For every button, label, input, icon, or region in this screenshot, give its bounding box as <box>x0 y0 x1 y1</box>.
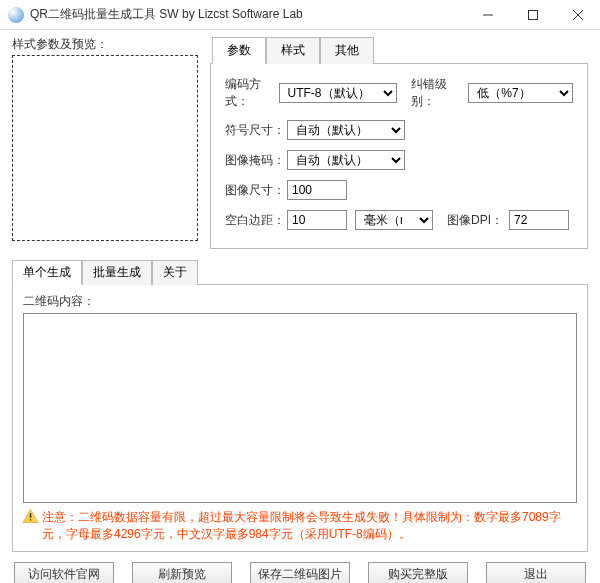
mask-label: 图像掩码： <box>225 152 287 169</box>
tab-single[interactable]: 单个生成 <box>12 260 82 285</box>
encoding-label: 编码方式： <box>225 76 279 110</box>
symbol-select[interactable]: 自动（默认） <box>287 120 405 140</box>
param-tabs: 参数 样式 其他 <box>212 36 588 63</box>
tab-other[interactable]: 其他 <box>320 37 374 64</box>
content-label: 二维码内容： <box>23 294 95 308</box>
tab-params[interactable]: 参数 <box>212 37 266 64</box>
minimize-button[interactable] <box>465 0 510 30</box>
app-icon <box>8 7 24 23</box>
margin-label: 空白边距： <box>225 212 287 229</box>
maximize-button[interactable] <box>510 0 555 30</box>
lower-tabs: 单个生成 批量生成 关于 <box>12 259 588 284</box>
content-textarea[interactable] <box>24 314 576 502</box>
tab-about[interactable]: 关于 <box>152 260 198 285</box>
preview-label: 样式参数及预览： <box>12 36 202 53</box>
encoding-select[interactable]: UTF-8（默认） <box>279 83 397 103</box>
unit-select[interactable]: 毫米（mm） <box>355 210 433 230</box>
close-button[interactable] <box>555 0 600 30</box>
visit-site-button[interactable]: 访问软件官网 <box>14 562 114 583</box>
svg-rect-1 <box>528 10 537 19</box>
warning-icon <box>23 509 38 523</box>
titlebar: QR二维码批量生成工具 SW by Lizcst Software Lab <box>0 0 600 30</box>
margin-input[interactable] <box>287 210 347 230</box>
dpi-input[interactable] <box>509 210 569 230</box>
svg-rect-5 <box>30 513 32 518</box>
warning-row: 注意：二维码数据容量有限，超过最大容量限制将会导致生成失败！具体限制为：数字最多… <box>23 509 577 543</box>
dpi-label: 图像DPI： <box>447 212 503 229</box>
svg-rect-6 <box>30 519 32 521</box>
tab-batch[interactable]: 批量生成 <box>82 260 152 285</box>
mask-select[interactable]: 自动（默认） <box>287 150 405 170</box>
warning-text: 注意：二维码数据容量有限，超过最大容量限制将会导致生成失败！具体限制为：数字最多… <box>42 509 577 543</box>
preview-group: 样式参数及预览： <box>12 36 202 249</box>
lower-tab-body: 二维码内容： 注意：二维码数据容量有限，超过最大容量限制将会导致生成失败！具体限… <box>12 284 588 552</box>
exit-button[interactable]: 退出 <box>486 562 586 583</box>
param-tab-body: 编码方式： UTF-8（默认） 纠错级别： 低（%7） 符号尺寸： 自动（默认）… <box>210 63 588 249</box>
button-row: 访问软件官网 刷新预览 保存二维码图片 购买完整版 退出 <box>12 552 588 583</box>
tab-style[interactable]: 样式 <box>266 37 320 64</box>
save-image-button[interactable]: 保存二维码图片 <box>250 562 350 583</box>
preview-box <box>12 55 198 241</box>
window-title: QR二维码批量生成工具 SW by Lizcst Software Lab <box>30 6 465 23</box>
size-input[interactable] <box>287 180 347 200</box>
ec-label: 纠错级别： <box>411 76 463 110</box>
ec-select[interactable]: 低（%7） <box>468 83 573 103</box>
buy-full-button[interactable]: 购买完整版 <box>368 562 468 583</box>
size-label: 图像尺寸： <box>225 182 287 199</box>
refresh-preview-button[interactable]: 刷新预览 <box>132 562 232 583</box>
symbol-label: 符号尺寸： <box>225 122 287 139</box>
